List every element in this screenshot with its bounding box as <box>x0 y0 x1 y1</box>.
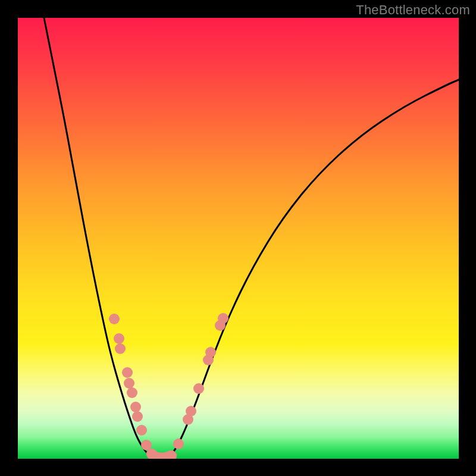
chart-stage: TheBottleneck.com <box>0 0 476 476</box>
marker-dot <box>124 378 134 389</box>
marker-dot <box>218 313 228 324</box>
marker-dot <box>114 333 124 344</box>
series-right-curve <box>168 80 459 458</box>
curve-paths <box>44 18 459 459</box>
marker-dots <box>109 313 228 459</box>
marker-dot <box>130 402 141 412</box>
marker-dot <box>109 314 120 324</box>
marker-dot <box>193 383 204 394</box>
marker-dot <box>115 343 126 354</box>
marker-dot <box>186 406 196 416</box>
marker-dot <box>127 387 137 398</box>
plot-area <box>18 18 459 459</box>
marker-dot <box>136 425 147 436</box>
curve-layer <box>18 18 459 459</box>
marker-dot <box>173 439 184 449</box>
marker-dot <box>141 440 152 450</box>
marker-dot <box>132 411 143 422</box>
watermark-text: TheBottleneck.com <box>356 2 470 18</box>
marker-dot <box>205 347 216 358</box>
marker-dot <box>122 367 133 378</box>
